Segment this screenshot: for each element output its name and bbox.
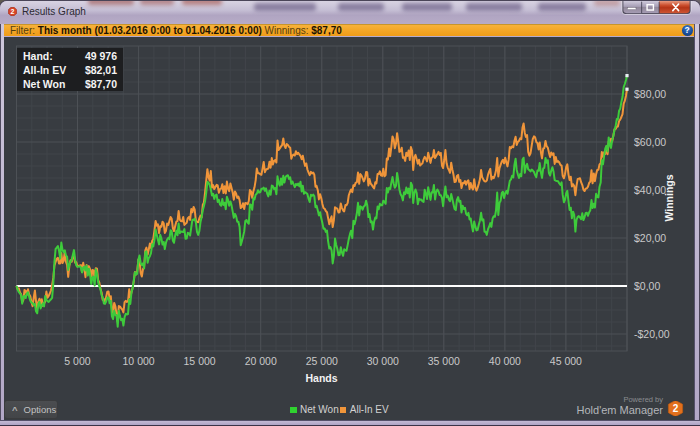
svg-text:$80,00: $80,00 [634, 88, 666, 100]
svg-text:25 000: 25 000 [306, 355, 338, 367]
svg-text:40 000: 40 000 [489, 355, 521, 367]
svg-text:10 000: 10 000 [123, 355, 155, 367]
svg-text:$0,00: $0,00 [634, 280, 660, 292]
svg-text:20 000: 20 000 [245, 355, 277, 367]
svg-text:45 000: 45 000 [550, 355, 582, 367]
svg-text:$20,00: $20,00 [634, 232, 666, 244]
svg-text:5 000: 5 000 [64, 355, 90, 367]
svg-text:15 000: 15 000 [184, 355, 216, 367]
svg-text:30 000: 30 000 [367, 355, 399, 367]
svg-text:-$20,00: -$20,00 [634, 328, 670, 340]
svg-text:$60,00: $60,00 [634, 136, 666, 148]
svg-text:$40,00: $40,00 [634, 184, 666, 196]
svg-text:2: 2 [673, 403, 679, 414]
svg-text:2: 2 [11, 8, 15, 15]
svg-text:Hands: Hands [305, 372, 337, 384]
svg-text:35 000: 35 000 [428, 355, 460, 367]
svg-text:Winnings: Winnings [663, 174, 675, 221]
